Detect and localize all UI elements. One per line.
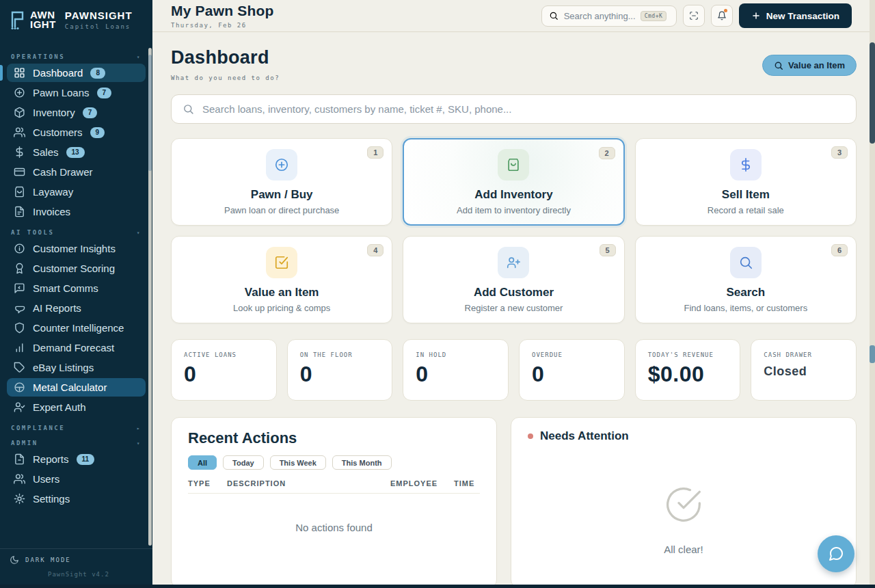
sidebar-item-settings[interactable]: Settings (7, 490, 146, 508)
page-scrollbar-thumb[interactable] (870, 42, 875, 144)
search-icon (738, 255, 753, 270)
filter-today[interactable]: Today (223, 455, 264, 470)
sidebar-item-smart-comms[interactable]: Smart Comms (7, 279, 146, 297)
action-card-subtitle: Pawn loan or direct purchase (224, 205, 339, 215)
sidebar-item-reports[interactable]: Reports 11 (7, 450, 146, 468)
current-date: Thursday, Feb 26 (171, 22, 274, 29)
app-window: AWN IGHT PAWNSIGHT Capitol Loans OPERATI… (0, 0, 875, 588)
section-ai-tools[interactable]: AI TOOLS ▾ (11, 229, 142, 236)
section-compliance[interactable]: COMPLIANCE ▸ (11, 425, 142, 431)
filter-this-week[interactable]: This Week (270, 455, 326, 470)
sidebar: AWN IGHT PAWNSIGHT Capitol Loans OPERATI… (0, 0, 152, 588)
sidebar-item-customer-insights[interactable]: Customer Insights (7, 239, 146, 258)
info-icon (14, 243, 25, 254)
action-card-subtitle: Record a retail sale (708, 205, 784, 215)
chat-fab-button[interactable] (818, 535, 854, 572)
stat-label: ON THE FLOOR (300, 351, 380, 358)
filter-this-month[interactable]: This Month (332, 455, 392, 470)
stat-value: 0 (300, 362, 380, 387)
logo-text-bottom: IGHT (30, 20, 56, 29)
sidebar-item-ebay-listings[interactable]: eBay Listings (7, 358, 146, 377)
dollar-icon (14, 146, 25, 158)
shield-icon (14, 322, 25, 334)
chevron-down-icon: ▾ (137, 230, 142, 236)
sidebar-item-label: Customer Scoring (33, 263, 115, 274)
notification-dot (724, 9, 727, 12)
stat-on-the-floor: ON THE FLOOR 0 (287, 339, 393, 401)
sidebar-item-expert-auth[interactable]: Expert Auth (7, 398, 146, 416)
bar-chart-icon (14, 342, 25, 353)
sidebar-item-layaway[interactable]: Layaway (7, 183, 146, 201)
plus-circle-icon (14, 87, 25, 98)
main-search-input[interactable] (202, 103, 845, 115)
action-card-add-customer[interactable]: 5 Add Customer Register a new customer (403, 236, 624, 323)
action-card-add-inventory[interactable]: 2 Add Inventory Add item to inventory di… (403, 138, 624, 226)
sidebar-scrollbar-thumb[interactable] (148, 55, 152, 171)
section-operations[interactable]: OPERATIONS ▾ (11, 53, 142, 60)
quick-actions-grid: 1 Pawn / Buy Pawn loan or direct purchas… (171, 138, 857, 323)
sidebar-item-metal-calculator[interactable]: Metal Calculator (7, 378, 146, 397)
sidebar-item-cash-drawer[interactable]: Cash Drawer (7, 163, 146, 181)
shortcut-badge: 3 (831, 146, 848, 159)
action-card-value-item[interactable]: 4 Value an Item Look up pricing & comps (171, 236, 392, 323)
sidebar-nav: OPERATIONS ▾ Dashboard 8 Pawn Loans 7 In… (0, 45, 152, 548)
sidebar-item-label: Smart Comms (33, 282, 98, 294)
filter-all[interactable]: All (188, 455, 217, 470)
action-card-pawn-buy[interactable]: 1 Pawn / Buy Pawn loan or direct purchas… (171, 138, 392, 226)
window-bottom-edge (0, 585, 875, 588)
all-clear-text: All clear! (664, 544, 703, 555)
scan-icon (689, 11, 699, 21)
count-badge: 7 (97, 88, 112, 98)
value-an-item-button[interactable]: Value an Item (762, 55, 857, 76)
action-card-sell-item[interactable]: 3 Sell Item Record a retail sale (635, 138, 857, 226)
notifications-button[interactable] (711, 5, 733, 27)
scan-button[interactable] (683, 5, 705, 27)
sidebar-item-demand-forecast[interactable]: Demand Forecast (7, 338, 146, 357)
filter-chips: All Today This Week This Month (188, 455, 480, 470)
sidebar-item-label: Reports (33, 453, 69, 465)
stat-label: CASH DRAWER (764, 351, 844, 358)
top-bar: My Pawn Shop Thursday, Feb 26 Cmd+K (152, 0, 875, 32)
sidebar-scrollbar[interactable] (148, 48, 152, 546)
sidebar-item-customers[interactable]: Customers 9 (7, 123, 146, 142)
new-transaction-button[interactable]: New Transaction (739, 3, 852, 28)
stat-cash-drawer: CASH DRAWER Closed (751, 339, 857, 401)
count-badge: 8 (90, 68, 105, 79)
gear-icon (14, 493, 25, 505)
sidebar-item-pawn-loans[interactable]: Pawn Loans 7 (7, 83, 146, 102)
page-scrollbar[interactable] (870, 0, 875, 588)
sidebar-item-dashboard[interactable]: Dashboard 8 (7, 64, 146, 82)
needs-attention-panel: Needs Attention All clear! (511, 417, 857, 588)
global-search-input[interactable] (564, 11, 635, 21)
shortcut-badge: 4 (367, 244, 383, 256)
credit-card-icon (14, 166, 25, 178)
sidebar-item-label: Pawn Loans (33, 87, 90, 98)
sidebar-item-sales[interactable]: Sales 13 (7, 143, 146, 161)
sidebar-item-counter-intelligence[interactable]: Counter Intelligence (7, 319, 146, 337)
main-search[interactable] (171, 94, 857, 124)
sidebar-item-customer-scoring[interactable]: Customer Scoring (7, 259, 146, 278)
action-card-title: Sell Item (722, 188, 770, 202)
sidebar-item-users[interactable]: Users (7, 470, 146, 488)
sidebar-item-inventory[interactable]: Inventory 7 (7, 103, 146, 122)
section-admin[interactable]: ADMIN ▾ (11, 440, 142, 446)
dark-mode-toggle[interactable]: DARK MODE (10, 555, 143, 565)
sidebar-item-ai-reports[interactable]: AI Reports (7, 299, 146, 317)
action-card-title: Search (726, 286, 765, 299)
search-icon (549, 11, 558, 21)
sidebar-item-label: Dashboard (33, 67, 83, 79)
sidebar-item-label: Settings (33, 493, 70, 505)
page-scrollbar-marker (870, 345, 875, 363)
dollar-icon (738, 157, 753, 172)
pawnsight-logo-icon: AWN IGHT (8, 9, 56, 31)
chevron-right-icon: ▸ (137, 425, 142, 431)
action-card-title: Add Customer (474, 286, 554, 299)
action-card-search[interactable]: 6 Search Find loans, items, or customers (635, 236, 857, 323)
count-badge: 13 (66, 147, 85, 158)
sidebar-item-label: Users (33, 473, 59, 485)
stat-label: OVERDUE (532, 351, 612, 358)
global-search[interactable]: Cmd+K (541, 5, 677, 27)
shop-title: My Pawn Shop (171, 3, 274, 19)
sidebar-item-invoices[interactable]: Invoices (7, 202, 146, 221)
sidebar-item-label: Inventory (33, 107, 75, 118)
